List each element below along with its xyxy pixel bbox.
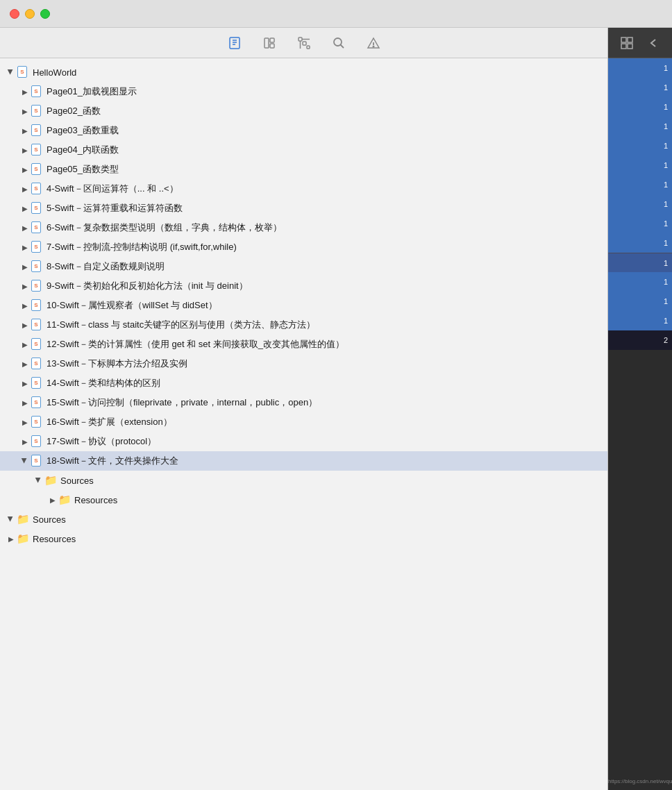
- grid-view-button[interactable]: [617, 33, 637, 53]
- toolbar: [0, 28, 607, 58]
- watermark: https://blog.csdn.net/wvqusrtg: [608, 773, 672, 786]
- num-badge-5: 1: [608, 136, 672, 156]
- tree-label-swift18: 18-Swift－文件，文件夹操作大全: [47, 455, 178, 467]
- tree-label-sources-child: Sources: [60, 476, 94, 486]
- arrow-sources-child: ▶: [33, 475, 44, 486]
- svg-rect-4: [299, 37, 302, 41]
- arrow-page05: ▶: [19, 164, 31, 175]
- tree-label-swift12: 12-Swift－类的计算属性（使用 get 和 set 来间接获取_改变其他属…: [47, 338, 344, 351]
- tree-item-swift13[interactable]: ▶ S 13-Swift－下标脚本方法介绍及实例: [0, 354, 607, 373]
- num-badge-9: 1: [608, 214, 672, 233]
- num-badge-11: 1: [608, 253, 672, 272]
- search-button[interactable]: [331, 35, 346, 51]
- svg-point-12: [373, 46, 374, 47]
- tree-item-sources-root[interactable]: ▶ 📁 Sources: [0, 510, 607, 529]
- num-badge-13: 1: [608, 292, 672, 311]
- arrow-swift16: ▶: [19, 417, 31, 428]
- file-navigator-button[interactable]: [227, 35, 242, 51]
- swift-file-icon-swift18: S: [31, 455, 43, 467]
- close-button[interactable]: [10, 9, 19, 19]
- svg-point-9: [334, 38, 342, 46]
- svg-rect-5: [303, 42, 306, 45]
- svg-rect-3: [270, 44, 274, 48]
- folder-icon-resources-child: 📁: [58, 494, 71, 506]
- arrow-page03: ▶: [19, 125, 31, 136]
- swift-file-icon-swift12: S: [31, 338, 43, 351]
- swift-file-icon-page01: S: [31, 85, 43, 98]
- tree-label-swift11: 11-Swift－class 与 staitc关键字的区别与使用（类方法、静态方…: [47, 319, 315, 331]
- tree-label-swift14: 14-Swift－类和结构体的区别: [47, 377, 160, 389]
- tree-item-page02[interactable]: ▶ S Page02_函数: [0, 101, 607, 121]
- arrow-swift14: ▶: [19, 378, 31, 389]
- svg-rect-16: [628, 44, 632, 49]
- left-panel: ▶ S HelloWorld ▶ S Page01_加载视图显示: [0, 28, 608, 790]
- svg-rect-14: [628, 37, 632, 42]
- tree-item-swift10[interactable]: ▶ S 10-Swift－属性观察者（willSet 与 didSet）: [0, 296, 607, 315]
- swift-file-icon: S: [17, 66, 29, 78]
- arrow-helloworld: ▶: [6, 67, 17, 78]
- main-area: ▶ S HelloWorld ▶ S Page01_加载视图显示: [0, 28, 672, 790]
- swift-file-icon-page05: S: [31, 163, 43, 176]
- swift-file-icon-swift13: S: [31, 358, 43, 370]
- tree-item-page01[interactable]: ▶ S Page01_加载视图显示: [0, 82, 607, 101]
- tree-item-page04[interactable]: ▶ S Page04_内联函数: [0, 140, 607, 160]
- tree-label-swift7: 7-Swift－控制流-控制结构说明 (if,swift,for,while): [47, 241, 237, 253]
- tree-label-swift4: 4-Swift－区间运算符（... 和 ..<）: [47, 183, 178, 195]
- tree-item-swift8[interactable]: ▶ S 8-Swift－自定义函数规则说明: [0, 257, 607, 276]
- swift-file-icon-swift7: S: [31, 241, 43, 253]
- tree-item-swift4[interactable]: ▶ S 4-Swift－区间运算符（... 和 ..<）: [0, 179, 607, 199]
- svg-rect-0: [230, 37, 240, 49]
- num-badge-15: 2: [608, 330, 672, 350]
- arrow-swift18: ▶: [19, 455, 31, 467]
- tree-label-page04: Page04_内联函数: [47, 144, 119, 156]
- tree-item-swift15[interactable]: ▶ S 15-Swift－访问控制（fileprivate，private，in…: [0, 393, 607, 412]
- arrow-swift15: ▶: [19, 397, 31, 408]
- tree-item-page03[interactable]: ▶ S Page03_函数重载: [0, 121, 607, 140]
- tree-item-swift7[interactable]: ▶ S 7-Swift－控制流-控制结构说明 (if,swift,for,whi…: [0, 237, 607, 257]
- minimize-button[interactable]: [25, 9, 35, 19]
- swift-file-icon-swift9: S: [31, 280, 43, 292]
- swift-file-icon-swift11: S: [31, 319, 43, 331]
- tree-label-swift8: 8-Swift－自定义函数规则说明: [47, 260, 165, 273]
- arrow-swift9: ▶: [19, 280, 31, 292]
- arrow-page04: ▶: [19, 144, 31, 156]
- tree-item-swift6[interactable]: ▶ S 6-Swift－复杂数据类型说明（数组，字典，结构体，枚举）: [0, 218, 607, 237]
- num-badge-7: 1: [608, 175, 672, 194]
- collapse-sidebar-button[interactable]: [644, 33, 663, 53]
- tree-item-swift14[interactable]: ▶ S 14-Swift－类和结构体的区别: [0, 373, 607, 393]
- tree-label-swift10: 10-Swift－属性观察者（willSet 与 didSet）: [47, 299, 217, 312]
- tree-item-resources-child[interactable]: ▶ 📁 Resources: [0, 490, 607, 510]
- num-badge-12: 1: [608, 272, 672, 292]
- swift-file-icon-swift15: S: [31, 396, 43, 409]
- tree-item-swift16[interactable]: ▶ S 16-Swift－类扩展（extension）: [0, 412, 607, 432]
- tree-item-swift12[interactable]: ▶ S 12-Swift－类的计算属性（使用 get 和 set 来间接获取_改…: [0, 335, 607, 354]
- hierarchy-button[interactable]: [296, 35, 312, 51]
- tree-item-swift18[interactable]: ▶ S 18-Swift－文件，文件夹操作大全: [0, 451, 607, 471]
- tree-item-resources-root[interactable]: ▶ 📁 Resources: [0, 529, 607, 548]
- swift-file-icon-swift14: S: [31, 377, 43, 389]
- arrow-swift6: ▶: [19, 222, 31, 233]
- tree-item-page05[interactable]: ▶ S Page05_函数类型: [0, 160, 607, 179]
- tree-item-swift5[interactable]: ▶ S 5-Swift－运算符重载和运算符函数: [0, 199, 607, 218]
- warnings-button[interactable]: [366, 35, 381, 51]
- tree-item-swift11[interactable]: ▶ S 11-Swift－class 与 staitc关键字的区别与使用（类方法…: [0, 315, 607, 335]
- tree-item-swift17[interactable]: ▶ S 17-Swift－协议（protocol）: [0, 432, 607, 451]
- inspector-button[interactable]: [262, 35, 277, 51]
- arrow-swift13: ▶: [19, 358, 31, 369]
- num-badge-10: 1: [608, 233, 672, 253]
- swift-file-icon-page04: S: [31, 144, 43, 156]
- tree-label-page05: Page05_函数类型: [47, 163, 119, 176]
- tree-item-swift9[interactable]: ▶ S 9-Swift－类初始化和反初始化方法（init 与 deinit）: [0, 276, 607, 296]
- svg-rect-1: [264, 38, 269, 48]
- tree-item-sources-child[interactable]: ▶ 📁 Sources: [0, 471, 607, 490]
- maximize-button[interactable]: [40, 9, 50, 19]
- tree-item-helloworld[interactable]: ▶ S HelloWorld: [0, 62, 607, 82]
- svg-line-10: [340, 44, 344, 48]
- arrow-swift11: ▶: [19, 319, 31, 330]
- folder-icon-resources-root: 📁: [17, 532, 29, 545]
- tree-label-swift17: 17-Swift－协议（protocol）: [47, 435, 156, 448]
- svg-rect-15: [621, 44, 626, 49]
- swift-file-icon-swift17: S: [31, 435, 43, 448]
- svg-rect-13: [621, 37, 626, 42]
- swift-file-icon-page02: S: [31, 105, 43, 117]
